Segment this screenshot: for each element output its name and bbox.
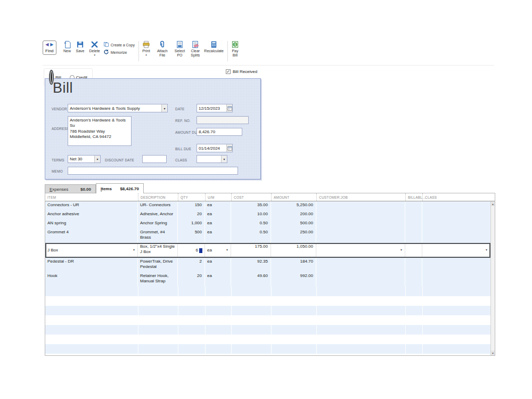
memo-input[interactable] — [68, 167, 238, 174]
cell-billable[interactable] — [405, 219, 422, 229]
date-input[interactable] — [197, 104, 226, 112]
cell-description[interactable]: Grommet, #4 Brass — [138, 229, 178, 243]
vertical-scrollbar[interactable]: ▲ ▼ — [490, 201, 495, 355]
cell-item[interactable]: Grommet 4 — [45, 229, 138, 243]
cell-qty[interactable]: 150 — [178, 201, 205, 210]
new-button[interactable]: ✶ New — [63, 40, 71, 53]
class-dropdown-icon[interactable]: ▾ — [486, 248, 488, 252]
cell-customer-job[interactable] — [316, 201, 405, 210]
cell-description[interactable]: Retainer Hook, Manual Strap — [138, 272, 178, 287]
cell-cost[interactable]: 49.60 — [231, 272, 271, 287]
empty-row[interactable] — [45, 306, 490, 315]
cell-class-combo[interactable]: ▾ — [422, 243, 490, 258]
cell-um[interactable]: ea — [205, 258, 231, 272]
item-row-selected[interactable]: J Box ▾ Box, 1/2"x4 Single J Box 6 ea ▾ … — [45, 243, 490, 258]
cell-class[interactable] — [422, 272, 490, 287]
scroll-up-icon[interactable]: ▲ — [491, 201, 495, 206]
cell-amount[interactable]: 250.00 — [271, 229, 316, 243]
cell-qty[interactable]: 6 — [178, 243, 205, 258]
cell-description[interactable]: UR- Connectors — [138, 201, 178, 210]
cell-amount[interactable]: 5,250.00 — [271, 201, 316, 210]
bill-due-field[interactable] — [197, 144, 233, 152]
attach-file-button[interactable]: Attach File — [157, 40, 168, 58]
cell-class[interactable] — [422, 258, 490, 272]
cell-item[interactable]: Anchor adhesive — [45, 210, 138, 219]
class-combo[interactable]: ▾ — [197, 155, 227, 163]
cell-customer-job[interactable] — [316, 258, 405, 272]
cell-billable[interactable] — [405, 210, 422, 219]
vendor-input[interactable] — [68, 104, 161, 112]
cell-item[interactable]: Hook — [45, 272, 138, 287]
cell-customer-job[interactable] — [316, 272, 405, 287]
cell-qty[interactable]: 20 — [178, 210, 205, 219]
cell-um[interactable]: ea — [205, 229, 231, 243]
cell-um-combo[interactable]: ea ▾ — [205, 243, 231, 258]
ref-no-field[interactable] — [197, 116, 249, 124]
terms-input[interactable] — [68, 156, 94, 162]
bill-received-checkbox[interactable]: ✓ Bill Received — [226, 69, 257, 74]
date-field[interactable] — [197, 104, 233, 112]
scroll-down-icon[interactable]: ▼ — [491, 351, 495, 355]
recalculate-button[interactable]: Recalculate — [204, 40, 224, 53]
cell-item[interactable]: AN spring — [45, 219, 138, 229]
terms-combo[interactable]: ▾ — [68, 155, 101, 163]
discount-date-field[interactable] — [142, 155, 167, 163]
cell-amount[interactable]: 1,050.00 — [271, 243, 316, 258]
memorize-button[interactable]: Memorize — [103, 49, 135, 55]
class-dropdown-icon[interactable]: ▾ — [221, 156, 227, 162]
pay-bill-button[interactable]: $ Pay Bill — [231, 40, 239, 58]
empty-row[interactable] — [45, 325, 490, 335]
cell-um[interactable]: ea — [205, 272, 231, 287]
clear-splits-button[interactable]: Clear Splits — [191, 40, 200, 58]
cell-description[interactable]: PowerTrak, Drive Pedestal — [138, 258, 178, 272]
empty-row[interactable] — [45, 335, 490, 344]
ref-no-input[interactable] — [197, 117, 248, 124]
cell-class[interactable] — [422, 219, 490, 229]
cell-um[interactable]: ea — [205, 201, 231, 210]
customer-job-dropdown-icon[interactable]: ▾ — [400, 248, 403, 252]
cell-billable[interactable] — [405, 258, 422, 272]
cell-billable[interactable] — [405, 272, 422, 287]
delete-button[interactable]: Delete ▾ — [89, 40, 100, 56]
cell-qty[interactable]: 1,000 — [178, 219, 205, 229]
cell-item[interactable]: Connectors - UR — [45, 201, 138, 210]
empty-row[interactable] — [45, 344, 490, 354]
um-dropdown-icon[interactable]: ▾ — [226, 248, 228, 252]
cell-amount[interactable]: 500.00 — [271, 219, 316, 229]
cell-billable[interactable] — [405, 229, 422, 243]
cell-cost[interactable]: 92.35 — [231, 258, 271, 272]
create-copy-button[interactable]: Create a Copy — [103, 42, 135, 48]
class-input[interactable] — [197, 156, 221, 162]
cell-item-combo[interactable]: J Box ▾ — [45, 243, 138, 258]
empty-row[interactable] — [45, 287, 490, 296]
cell-class[interactable] — [422, 201, 490, 210]
cell-billable[interactable] — [405, 201, 422, 210]
memo-field[interactable] — [68, 167, 238, 175]
forward-arrow-icon[interactable]: ▶ — [50, 43, 53, 47]
cell-customer-job[interactable] — [316, 210, 405, 219]
empty-row[interactable] — [45, 296, 490, 306]
cell-qty[interactable]: 20 — [178, 272, 205, 287]
discount-date-input[interactable] — [143, 156, 166, 162]
cell-cost[interactable]: 35.00 — [231, 201, 271, 210]
cell-amount[interactable]: 200.00 — [271, 210, 316, 219]
address-box[interactable]: Anderson's Hardware & Tools Su 786 Roads… — [68, 116, 132, 146]
cell-customer-job-combo[interactable]: ▾ — [316, 243, 405, 258]
amount-due-field[interactable] — [197, 128, 242, 136]
save-button[interactable]: Save — [76, 40, 85, 53]
select-po-button[interactable]: Select PO — [175, 40, 185, 58]
cell-description[interactable]: Box, 1/2"x4 Single J Box — [138, 243, 178, 258]
cell-amount[interactable]: 992.00 — [271, 272, 316, 287]
tab-items[interactable]: Items $8,426.70 — [96, 183, 144, 193]
bill-due-input[interactable] — [197, 144, 226, 152]
cell-amount[interactable]: 184.70 — [271, 258, 316, 272]
cell-cost[interactable]: 0.50 — [231, 229, 271, 243]
cell-um[interactable]: ea — [205, 219, 231, 229]
print-dropdown-icon[interactable]: ▾ — [145, 54, 147, 56]
calendar-icon[interactable] — [226, 104, 232, 112]
cell-cost[interactable]: 175.00 — [231, 243, 271, 258]
cell-um[interactable]: ea — [205, 210, 231, 219]
amount-due-input[interactable] — [197, 128, 242, 135]
delete-dropdown-icon[interactable]: ▾ — [94, 54, 95, 56]
cell-customer-job[interactable] — [316, 219, 405, 229]
